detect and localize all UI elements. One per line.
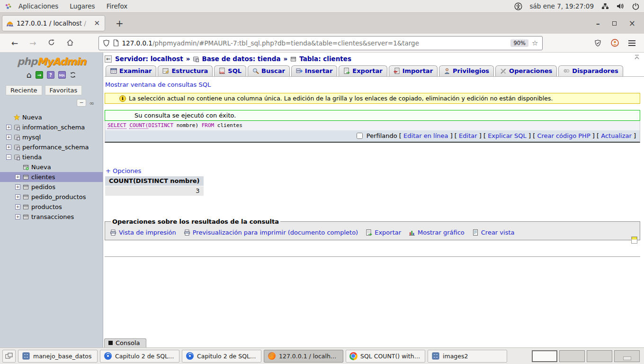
result-column-header: COUNT(DISTINCT nombre) [105,176,204,186]
tree-item-clientes[interactable]: +clientes [0,172,103,182]
menu-lugares[interactable]: Lugares [65,1,99,11]
workspace-4[interactable] [614,350,640,362]
tab-sql[interactable]: SQLSQL [214,65,246,76]
expand-icon[interactable]: + [15,214,20,219]
clock[interactable]: sáb ene 7, 19:27:09 [530,2,594,10]
favorite-tables-button[interactable]: Favoritas [45,85,82,95]
menu-hamburger-icon[interactable] [628,39,635,47]
link-crear-vista[interactable]: Crear vista [472,229,515,236]
taskbar-button-manejo-base-datos[interactable]: manejo_base_datos [18,350,98,363]
expand-icon[interactable]: + [6,145,11,150]
link-mostrar-gr-fico[interactable]: Mostrar gráfico [409,229,465,236]
tab-disparadores[interactable]: Disparadores [558,65,623,76]
tree-item-transacciones[interactable]: +transacciones [0,212,103,222]
show-sql-window-link[interactable]: Mostrar ventana de consultas SQL [105,81,211,88]
link-editar[interactable]: Editar [459,132,477,139]
breadcrumb-server-link[interactable]: Servidor: localhost [115,55,183,63]
tab-insertar[interactable]: Insertar [291,65,337,76]
shield-icon[interactable] [103,39,110,47]
back-button[interactable]: ← [6,38,24,48]
url-bar[interactable]: 127.0.0.1/phpmyadmin/#PMAURL-7:tbl_sql.p… [98,36,543,50]
tree-item-performance-schema[interactable]: +performance_schema [0,142,103,152]
home-icon[interactable]: ⌂ [27,70,32,80]
menu-firefox[interactable]: Firefox [102,1,133,11]
tab-examinar[interactable]: Examinar [106,65,156,76]
menu-aplicaciones[interactable]: Aplicaciones [14,1,63,11]
firefox-account-icon[interactable] [611,39,619,47]
tree-item-tienda[interactable]: −tienda [0,152,103,162]
options-toggle-link[interactable]: + Opciones [106,167,141,174]
tab-privilegios[interactable]: Privilegios [439,65,494,76]
accessibility-icon[interactable] [514,2,522,10]
collapse-all-button[interactable]: − [77,99,86,107]
page-settings-icon[interactable] [631,237,637,244]
browser-tab[interactable]: PMA 127.0.0.1 / localhost / ✕ [2,15,105,31]
query-window-icon[interactable]: SQL [58,71,66,79]
refresh-icon[interactable] [70,72,76,78]
volume-icon[interactable] [617,3,625,9]
tree-item-pedidos[interactable]: +pedidos [0,182,103,192]
tree-item-information-schema[interactable]: +information_schema [0,122,103,132]
tree-item-nueva[interactable]: Nueva [0,162,103,172]
url-input[interactable]: 127.0.0.1/phpmyadmin/#PMAURL-7:tbl_sql.p… [122,39,508,47]
expand-icon[interactable]: + [6,125,11,130]
taskbar-button-images2[interactable]: images2 [428,350,507,363]
workspace-1[interactable] [532,350,557,362]
taskbar-button-127-0-0-1-localhost[interactable]: 127.0.0.1 / localhost... [264,350,343,363]
tab-estructura[interactable]: Estructura [158,65,213,76]
workspace-2[interactable] [559,350,585,362]
tree-item-nueva[interactable]: Nueva [0,112,103,122]
link-crear-c-digo-php[interactable]: Crear código PHP [537,132,590,139]
bookmark-star-icon[interactable]: ☆ [532,39,538,47]
logout-icon[interactable]: → [36,71,43,79]
breadcrumb-database-link[interactable]: Base de datos: tienda [202,55,280,63]
tab-close-icon[interactable]: ✕ [93,19,101,27]
link-with-main-icon[interactable]: ∞ [89,100,94,107]
protections-shield-icon[interactable] [594,39,601,47]
tab-operaciones[interactable]: Operaciones [495,65,557,76]
power-icon[interactable] [632,3,639,10]
console-tab[interactable]: Consola [104,338,146,347]
expand-icon[interactable]: + [15,174,20,180]
tab-buscar[interactable]: Buscar [248,65,290,76]
scroll-top-icon[interactable] [634,55,640,60]
tree-item-mysql[interactable]: +mysql [0,132,103,142]
window-maximize-button[interactable] [612,21,617,26]
taskbar-button-capitulo-2-de-sql-c[interactable]: Capitulo 2 de SQL c... [182,350,261,363]
page-info-icon[interactable] [113,39,119,46]
expand-icon[interactable]: + [6,135,11,140]
tree-item-productos[interactable]: +productos [0,202,103,212]
reload-button[interactable] [42,38,61,48]
zoom-level-button[interactable]: 90% [510,39,528,47]
pma-logo[interactable]: phpMyAdmin [0,53,103,67]
forward-button[interactable]: → [24,38,42,48]
tab-exportar[interactable]: Exportar [339,65,387,76]
link-vista-de-impresi-n[interactable]: Vista de impresión [110,229,176,236]
link-previsualizaci-n-para-imprimir-documento-completo[interactable]: Previsualización para imprimir (document… [184,229,358,236]
link-actualizar[interactable]: Actualizar [601,132,631,139]
window-close-button[interactable]: × [629,18,635,28]
expand-icon[interactable]: + [15,204,20,209]
network-icon[interactable] [601,3,609,9]
recent-tables-button[interactable]: Reciente [6,85,42,95]
distro-logo-icon[interactable] [5,3,12,10]
link-explicar-sql[interactable]: Explicar SQL [488,132,527,139]
profiling-checkbox[interactable] [357,133,363,139]
taskbar-button-sql-count-with[interactable]: SQL COUNT() with ... [346,350,425,363]
breadcrumb-back-button[interactable]: ← [105,55,112,63]
expand-icon[interactable]: + [15,184,20,190]
taskbar-button-capitulo-2-de-sql-c[interactable]: Capitulo 2 de SQL c... [100,350,179,363]
expand-icon[interactable]: + [15,194,20,200]
tab-importar[interactable]: Importar [389,65,438,76]
workspace-3[interactable] [587,350,612,362]
window-minimize-button[interactable]: – [596,19,600,28]
tree-item-pedido-productos[interactable]: +pedido_productos [0,192,103,202]
new-tab-button[interactable]: + [112,18,127,29]
show-desktop-button[interactable] [2,350,16,363]
help-icon[interactable]: ? [47,71,54,79]
collapse-icon[interactable]: − [6,155,11,160]
breadcrumb-table-link[interactable]: Tabla: clientes [299,55,351,63]
link-editar-en-l-nea[interactable]: Editar en línea [403,132,448,139]
link-exportar[interactable]: Exportar [366,229,401,236]
home-button[interactable] [61,38,80,48]
